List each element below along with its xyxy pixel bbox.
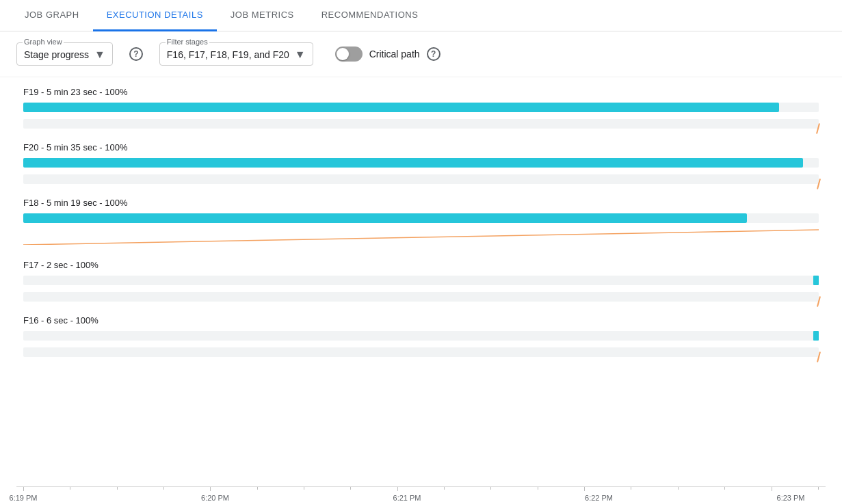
timeline-container: 6:19 PM 6:20 PM 6:21 PM 6:22 PM 6:23 PM: [16, 486, 826, 502]
stage-f19-bottom-track: [23, 119, 819, 129]
axis-label-622: 6:22 PM: [585, 494, 613, 502]
controls-bar: Graph view Stage progress ▼ ? Filter sta…: [0, 31, 842, 77]
tick-mark: [631, 487, 631, 490]
filter-stages-value: F16, F17, F18, F19, and F20: [167, 49, 289, 60]
axis-label-619: 6:19 PM: [10, 494, 38, 502]
tab-job-metrics[interactable]: JOB METRICS: [217, 0, 308, 31]
tick-mark: [724, 487, 725, 490]
toggle-knob: [337, 48, 349, 60]
stage-label-f17: F17 - 2 sec - 100%: [23, 253, 826, 273]
stage-f19-top-track: [23, 103, 819, 112]
chart-area: F19 - 5 min 23 sec - 100% F20 - 5 min 35…: [0, 77, 842, 481]
tick-mark: [70, 487, 70, 490]
stage-bars-f18: [16, 211, 826, 253]
graph-view-dropdown-icon: ▼: [94, 49, 105, 61]
stage-row-f20: F20 - 5 min 35 sec - 100%: [16, 135, 826, 191]
stage-f16-bottom-track: [23, 347, 819, 357]
critical-path-label: Critical path: [369, 49, 420, 59]
filter-stages-dropdown-icon: ▼: [295, 49, 306, 61]
axis-label-621: 6:21 PM: [393, 494, 421, 502]
tab-execution-details[interactable]: EXECUTION DETAILS: [93, 0, 217, 31]
axis-label-620: 6:20 PM: [201, 494, 229, 502]
graph-view-help-icon[interactable]: ?: [129, 47, 143, 61]
stage-f20-bottom-track: [23, 174, 819, 184]
tick-mark: [163, 487, 164, 490]
tick-mark: [678, 487, 679, 490]
stage-label-f19: F19 - 5 min 23 sec - 100%: [23, 80, 826, 100]
tab-recommendations[interactable]: RECOMMENDATIONS: [308, 0, 432, 31]
tick-labels-row: 6:19 PM 6:20 PM 6:21 PM 6:22 PM 6:23 PM: [16, 491, 826, 502]
stage-f17-small-bar: [813, 276, 819, 285]
graph-view-control: Graph view Stage progress ▼: [16, 42, 113, 66]
tick-mark: [117, 487, 118, 490]
graph-view-label: Graph view: [23, 38, 64, 46]
stage-f20-top-bar: [23, 158, 803, 168]
critical-path-group: Critical path ?: [335, 47, 440, 62]
tick-mark: [818, 487, 819, 490]
stage-f18-top-bar: [23, 213, 747, 223]
stage-f18-bottom-track: [23, 238, 819, 248]
tick-mark: [350, 487, 351, 490]
tick-mark: [257, 487, 258, 490]
tick-mark: [444, 487, 445, 490]
stage-f20-top-track: [23, 158, 819, 168]
critical-path-help-icon[interactable]: ?: [427, 47, 440, 61]
stage-f19-top-bar: [23, 103, 779, 112]
stage-row-f19: F19 - 5 min 23 sec - 100%: [16, 80, 826, 135]
stage-bars-f19: [16, 100, 826, 135]
graph-view-value: Stage progress: [24, 49, 89, 60]
stage-label-f16: F16 - 6 sec - 100%: [23, 308, 826, 328]
stage-label-f20: F20 - 5 min 35 sec - 100%: [23, 135, 826, 155]
stage-f18-top-track: [23, 213, 819, 223]
stage-f17-top-track: [23, 276, 819, 285]
stage-bars-f17: [16, 273, 826, 308]
filter-stages-label: Filter stages: [166, 38, 209, 46]
stage-row-f16: F16 - 6 sec - 100%: [16, 308, 826, 364]
stage-row-f17: F17 - 2 sec - 100%: [16, 253, 826, 308]
critical-path-toggle[interactable]: [335, 47, 363, 62]
tab-bar: JOB GRAPH EXECUTION DETAILS JOB METRICS …: [0, 0, 842, 31]
stage-bars-f20: [16, 155, 826, 191]
graph-view-select[interactable]: Stage progress ▼: [24, 46, 105, 61]
tab-job-graph[interactable]: JOB GRAPH: [11, 0, 93, 31]
stage-bars-f16: [16, 328, 826, 364]
stage-f16-small-bar: [813, 331, 819, 341]
axis-label-623: 6:23 PM: [777, 494, 805, 502]
filter-stages-control: Filter stages F16, F17, F18, F19, and F2…: [159, 42, 313, 66]
tick-mark: [304, 487, 304, 490]
stage-label-f18: F18 - 5 min 19 sec - 100%: [23, 191, 826, 211]
tick-mark: [490, 487, 491, 490]
stage-f17-bottom-track: [23, 292, 819, 302]
stage-f16-top-track: [23, 331, 819, 341]
tick-mark: [538, 487, 538, 490]
stage-row-f18: F18 - 5 min 19 sec - 100%: [16, 191, 826, 253]
filter-stages-select[interactable]: F16, F17, F18, F19, and F20 ▼: [167, 46, 306, 61]
